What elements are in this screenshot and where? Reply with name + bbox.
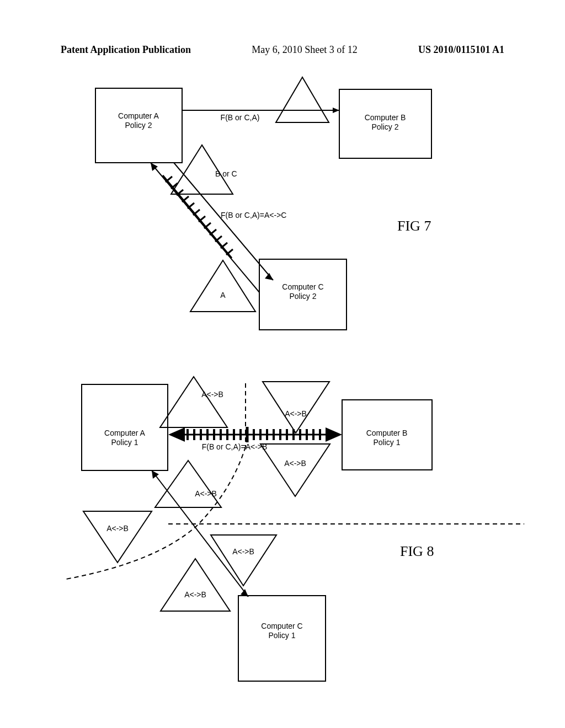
fig8-edge-ab-label: F(B or C,A)=A<->B	[202, 442, 268, 451]
fig8-arrowhead-ac-top	[152, 470, 159, 479]
svg-marker-14	[168, 427, 185, 442]
fig7-computer-a-line1: Computer A	[118, 111, 159, 120]
fig7-edge-ab-label: F(B or C,A)	[221, 113, 260, 122]
svg-marker-15	[326, 427, 342, 442]
fig8-triangle-down-b-upper-label: A<->B	[285, 409, 307, 418]
fig8-triangle-up-ac-a	[155, 461, 221, 507]
fig7-computer-a-line2: Policy 2	[125, 121, 152, 130]
fig8-label: FIG 8	[400, 543, 434, 560]
fig8-computer-b-line2: Policy 1	[373, 438, 400, 447]
fig8-triangle-down-mid-label: A<->B	[232, 547, 254, 556]
fig7-arrowhead-ab	[333, 108, 339, 113]
fig8-triangle-down-b-upper	[263, 382, 329, 433]
fig7-edge-ac-label: F(B or C,A)=A<->C	[221, 211, 286, 220]
fig7-edge-ac-2	[174, 163, 273, 280]
diagrams: Computer A Policy 2 Computer B Policy 2 …	[0, 0, 565, 728]
fig8-triangle-down-left	[83, 511, 152, 563]
fig8-computer-a-line1: Computer A	[104, 429, 146, 437]
fig8-triangle-down-b-lower-label: A<->B	[284, 459, 306, 468]
fig8-computer-b-line1: Computer B	[366, 429, 408, 437]
fig8-edge-ab-hatched	[168, 427, 342, 442]
fig8-triangle-up-c-label: A<->B	[184, 590, 206, 599]
fig8-computer-a-box	[82, 384, 168, 470]
fig7-computer-b-line2: Policy 2	[371, 122, 398, 131]
fig7-arrowhead-ac-2	[265, 273, 273, 280]
fig7-triangle-borc-label: B or C	[215, 169, 237, 178]
fig7-triangle-a	[190, 260, 255, 312]
fig7-label: FIG 7	[397, 218, 431, 234]
fig7-triangle-ab	[276, 77, 329, 122]
fig8-triangle-up-a	[160, 377, 227, 427]
fig7-triangle-a-label: A	[220, 291, 226, 299]
fig7-computer-b-line1: Computer B	[365, 113, 406, 122]
fig7-computer-c-line2: Policy 2	[289, 292, 316, 301]
fig7-computer-c-line1: Computer C	[282, 282, 323, 291]
fig8-triangle-up-a-label: A<->B	[201, 390, 223, 399]
fig8-computer-c-line2: Policy 1	[268, 631, 295, 640]
fig8-triangle-down-left-label: A<->B	[106, 524, 129, 533]
fig8-computer-c-line1: Computer C	[261, 622, 302, 630]
fig8-triangle-down-b-lower	[260, 444, 330, 496]
fig8-dashed-curve	[66, 447, 246, 579]
fig8-triangle-up-c	[161, 559, 230, 611]
diagram-svg: Computer A Policy 2 Computer B Policy 2 …	[0, 0, 565, 728]
fig8-triangle-up-ac-a-label: A<->B	[195, 489, 217, 498]
fig8-computer-a-line2: Policy 1	[111, 438, 138, 447]
